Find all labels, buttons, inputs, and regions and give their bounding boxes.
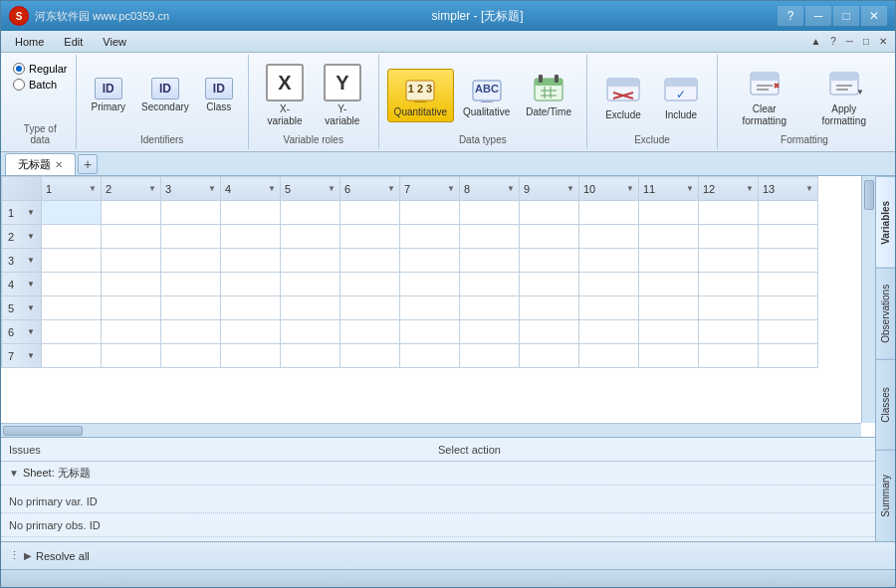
apply-formatting-btn[interactable]: ▼ Apply formatting (804, 61, 883, 130)
cell-r7-c2[interactable] (102, 344, 161, 368)
cell-r3-c12[interactable] (699, 249, 759, 273)
col-header-12[interactable]: 12▼ (699, 177, 759, 201)
cell-r4-c12[interactable] (699, 273, 759, 296)
cell-r2-c1[interactable] (42, 225, 102, 249)
cell-r5-c12[interactable] (699, 296, 759, 320)
cell-r3-c13[interactable] (759, 249, 818, 273)
cell-r1-c13[interactable] (759, 201, 818, 225)
class-id-btn[interactable]: ID Class (198, 75, 240, 116)
cell-r6-c8[interactable] (460, 320, 520, 344)
y-variable-btn[interactable]: Y Y-variable (315, 59, 369, 132)
cell-r6-c6[interactable] (340, 320, 400, 344)
cell-r1-c3[interactable] (161, 201, 221, 225)
cell-r6-c2[interactable] (102, 320, 161, 344)
cell-r2-c11[interactable] (639, 225, 699, 249)
close-btn[interactable]: ✕ (861, 6, 887, 26)
cell-r7-c7[interactable] (400, 344, 460, 368)
cell-r5-c3[interactable] (161, 296, 221, 320)
vtab-classes[interactable]: Classes (876, 359, 895, 451)
exclude-btn[interactable]: Exclude (595, 66, 651, 125)
cell-r5-c6[interactable] (340, 296, 400, 320)
cell-r1-c10[interactable] (579, 201, 639, 225)
cell-r3-c2[interactable] (102, 249, 161, 273)
cell-r2-c8[interactable] (460, 225, 520, 249)
cell-r1-c5[interactable] (281, 201, 340, 225)
cell-r5-c9[interactable] (520, 296, 579, 320)
row-header-7[interactable]: 7▼ (2, 344, 42, 368)
ribbon-x-btn[interactable]: ✕ (875, 34, 891, 49)
cell-r6-c13[interactable] (759, 320, 818, 344)
cell-r6-c4[interactable] (221, 320, 281, 344)
cell-r3-c5[interactable] (281, 249, 340, 273)
cell-r3-c9[interactable] (520, 249, 579, 273)
cell-r6-c3[interactable] (161, 320, 221, 344)
vertical-scrollbar[interactable] (861, 176, 875, 423)
cell-r4-c4[interactable] (221, 273, 281, 296)
secondary-id-btn[interactable]: ID Secondary (134, 75, 196, 116)
vtab-variables[interactable]: Variables (876, 176, 895, 268)
cell-r3-c1[interactable] (42, 249, 102, 273)
cell-r7-c1[interactable] (42, 344, 102, 368)
cell-r6-c11[interactable] (639, 320, 699, 344)
restore-btn[interactable]: □ (833, 6, 859, 26)
cell-r1-c4[interactable] (221, 201, 281, 225)
ribbon-restore-btn[interactable]: □ (859, 34, 873, 49)
cell-r4-c8[interactable] (460, 273, 520, 296)
menu-edit[interactable]: Edit (54, 34, 93, 50)
cell-r6-c7[interactable] (400, 320, 460, 344)
primary-id-btn[interactable]: ID Primary (85, 75, 132, 116)
menu-view[interactable]: View (93, 34, 136, 50)
cell-r5-c5[interactable] (281, 296, 340, 320)
cell-r7-c13[interactable] (759, 344, 818, 368)
cell-r3-c10[interactable] (579, 249, 639, 273)
row-header-3[interactable]: 3▼ (2, 249, 42, 273)
cell-r5-c1[interactable] (42, 296, 102, 320)
cell-r4-c9[interactable] (520, 273, 579, 296)
cell-r7-c11[interactable] (639, 344, 699, 368)
ribbon-minimize-btn[interactable]: ▲ (806, 34, 824, 49)
x-variable-btn[interactable]: X X-variable (257, 59, 313, 132)
cell-r4-c3[interactable] (161, 273, 221, 296)
cell-r7-c3[interactable] (161, 344, 221, 368)
add-sheet-btn[interactable]: + (78, 154, 98, 174)
cell-r2-c12[interactable] (699, 225, 759, 249)
cell-r3-c3[interactable] (161, 249, 221, 273)
batch-radio[interactable]: Batch (13, 79, 68, 91)
vtab-observations[interactable]: Observations (876, 268, 895, 359)
row-header-1[interactable]: 1▼ (2, 201, 42, 225)
horizontal-scrollbar[interactable] (1, 423, 861, 437)
cell-r5-c2[interactable] (102, 296, 161, 320)
cell-r7-c6[interactable] (340, 344, 400, 368)
cell-r1-c2[interactable] (102, 201, 161, 225)
col-header-4[interactable]: 4▼ (221, 177, 281, 201)
cell-r6-c10[interactable] (579, 320, 639, 344)
ribbon-close-btn[interactable]: ─ (842, 34, 857, 49)
cell-r2-c2[interactable] (102, 225, 161, 249)
regular-radio[interactable]: Regular (13, 63, 68, 75)
cell-r4-c7[interactable] (400, 273, 460, 296)
sheet-tab-close[interactable]: ✕ (55, 159, 63, 170)
clear-formatting-btn[interactable]: Clear formatting (726, 61, 802, 130)
row-header-2[interactable]: 2▼ (2, 225, 42, 249)
cell-r4-c10[interactable] (579, 273, 639, 296)
cell-r7-c4[interactable] (221, 344, 281, 368)
col-header-13[interactable]: 13▼ (759, 177, 818, 201)
cell-r2-c5[interactable] (281, 225, 340, 249)
cell-r1-c1[interactable] (42, 201, 102, 225)
row-header-4[interactable]: 4▼ (2, 273, 42, 296)
col-header-11[interactable]: 11▼ (639, 177, 699, 201)
col-header-6[interactable]: 6▼ (340, 177, 400, 201)
cell-r2-c10[interactable] (579, 225, 639, 249)
col-header-5[interactable]: 5▼ (281, 177, 340, 201)
cell-r5-c10[interactable] (579, 296, 639, 320)
cell-r2-c4[interactable] (221, 225, 281, 249)
cell-r5-c7[interactable] (400, 296, 460, 320)
row-header-5[interactable]: 5▼ (2, 296, 42, 320)
qualitative-btn[interactable]: ABC ___ Qualitative (456, 69, 517, 122)
cell-r5-c8[interactable] (460, 296, 520, 320)
cell-r6-c12[interactable] (699, 320, 759, 344)
cell-r1-c7[interactable] (400, 201, 460, 225)
vtab-summary[interactable]: Summary (876, 450, 895, 541)
cell-r4-c11[interactable] (639, 273, 699, 296)
col-header-3[interactable]: 3▼ (161, 177, 221, 201)
